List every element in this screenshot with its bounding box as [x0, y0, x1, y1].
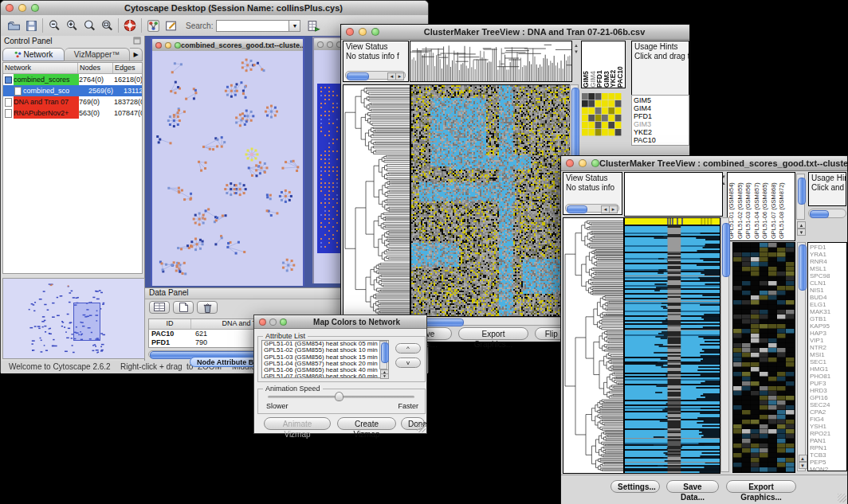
zoom-window-icon[interactable]	[280, 318, 287, 326]
tv2-column-label[interactable]: GPL51-08 (GSM872)	[778, 173, 787, 240]
tv1-summary-matrix[interactable]	[582, 93, 622, 136]
zoom-window-icon[interactable]	[31, 4, 39, 12]
zoom-window-icon[interactable]	[371, 28, 379, 36]
tv2-gene-label[interactable]: KAP95	[810, 322, 845, 330]
open-folder-icon[interactable]	[5, 17, 22, 34]
network-view-titlebar[interactable]: combined_scores_good.txt--cluste...	[152, 39, 303, 52]
col-edges[interactable]: Edges	[113, 63, 142, 73]
zoom-in-icon[interactable]	[63, 17, 80, 34]
annotation-icon[interactable]	[162, 17, 179, 34]
tv1-gene-label[interactable]: GIM4	[634, 104, 687, 112]
tv2-gene-label[interactable]: MAK31	[810, 308, 845, 315]
tv2-gene-label[interactable]: GTB1	[810, 315, 845, 322]
zoom-icon[interactable]	[80, 17, 98, 34]
minimize-icon[interactable]	[327, 41, 333, 48]
zoom-out-icon[interactable]	[45, 17, 63, 34]
tv2-status-scrollbar[interactable]: ◄ ►	[565, 204, 619, 213]
tv2-gene-label[interactable]: HMG1	[810, 365, 845, 373]
tv2-gene-label[interactable]: PEP5	[810, 459, 845, 466]
tv2-save-data-button[interactable]: Save Data...	[666, 480, 719, 493]
minimize-icon[interactable]	[18, 4, 26, 12]
tv2-gene-label[interactable]: MSI1	[810, 351, 845, 358]
close-icon[interactable]	[346, 28, 354, 36]
tv2-gene-label[interactable]: VIP1	[810, 337, 845, 344]
tv2-column-label[interactable]: GPL51-02 (GSM855)	[736, 173, 745, 240]
tv2-settings-button[interactable]: Settings...	[610, 480, 660, 493]
tv2-gene-label[interactable]: ELG1	[810, 301, 845, 308]
tv2-gene-label[interactable]: RNR4	[810, 258, 845, 265]
scroll-right-icon[interactable]: ►	[609, 205, 618, 213]
dialog-titlebar[interactable]: Map Colors to Network	[254, 315, 426, 329]
tv2-gene-label[interactable]: TCB3	[810, 451, 845, 459]
scroll-down-icon[interactable]: ▼	[799, 462, 807, 469]
table-import-icon[interactable]	[304, 17, 322, 34]
speed-slider-thumb[interactable]	[335, 392, 344, 401]
tv2-column-label[interactable]: GPL51-07 (GSM868)	[770, 173, 779, 240]
tv2-export-graphics-button[interactable]: Export Graphics...	[726, 480, 796, 493]
close-icon[interactable]	[259, 318, 266, 326]
move-down-button[interactable]: v	[395, 357, 421, 368]
delete-attribute-icon[interactable]	[197, 301, 218, 314]
tv2-gene-label[interactable]: RPN1	[810, 444, 845, 451]
tv1-column-label[interactable]: GIM5	[582, 41, 589, 88]
tv2-gene-label[interactable]: MON2	[810, 466, 845, 471]
tv2-gene-label[interactable]: PHO81	[810, 373, 845, 380]
tv2-label-scroll-arrows[interactable]: ▼▲	[720, 174, 727, 189]
tv1-gene-label[interactable]: YKE2	[634, 128, 687, 136]
float-panel-icon[interactable]	[133, 37, 141, 46]
new-attribute-icon[interactable]	[173, 301, 194, 314]
col-nodes[interactable]: Nodes	[78, 63, 113, 73]
col-network[interactable]: Network	[3, 63, 78, 73]
tv2-gene-label[interactable]: YSH1	[810, 423, 845, 430]
network-table-row[interactable]: combined_sco 2569(6) 13112(15)	[3, 85, 142, 96]
resize-grip[interactable]	[417, 424, 426, 432]
tv2-column-label[interactable]: GPL51-04 (GSM857)	[753, 173, 762, 240]
tv2-gene-label[interactable]: CPA2	[810, 408, 845, 416]
tv2-gene-label[interactable]: SEC1	[810, 358, 845, 365]
tv1-gene-label[interactable]: PFD1	[634, 112, 687, 120]
close-icon[interactable]	[155, 42, 162, 49]
tv2-gene-label[interactable]: PAN1	[810, 437, 845, 444]
tv2-column-label[interactable]: GPL51-03 (GSM856)	[744, 173, 753, 240]
tv1-export-graphics-button[interactable]: Export Graphics...	[458, 327, 528, 340]
tv2-gene-label[interactable]: PUF3	[810, 380, 845, 387]
tv2-genes-vscrollbar[interactable]: ▲ ▼	[797, 242, 806, 471]
scroll-up-icon[interactable]: ▲	[797, 221, 806, 229]
tv2-row-dendrogram[interactable]	[563, 217, 624, 474]
tv2-gene-label[interactable]: MSL1	[810, 265, 845, 272]
move-up-button[interactable]: ^	[395, 343, 421, 354]
minimize-icon[interactable]	[359, 28, 367, 36]
minimize-icon[interactable]	[579, 159, 587, 167]
network-table-row[interactable]: RNAPuberNov2+ 563(0) 107847(0)	[3, 107, 142, 119]
zoom-window-icon[interactable]	[175, 42, 181, 49]
scroll-up-icon[interactable]: ▲	[799, 455, 807, 462]
tab-network[interactable]: Network	[2, 48, 65, 61]
birds-eye-view[interactable]	[2, 278, 145, 359]
tv2-gene-label[interactable]: NTR2	[810, 344, 845, 351]
tv2-heatmap[interactable]	[624, 217, 720, 474]
tv2-gene-label[interactable]: HRD3	[810, 387, 845, 394]
resize-grip[interactable]	[838, 494, 846, 502]
network-import-icon[interactable]	[144, 17, 162, 34]
minimize-icon[interactable]	[269, 318, 277, 326]
help-ring-icon[interactable]	[121, 17, 139, 34]
network-table-row[interactable]: DNA and Tran 07 769(0) 183728(0)	[3, 96, 142, 107]
save-icon[interactable]	[22, 17, 40, 34]
tv1-status-scrollbar[interactable]: ◄ ►	[345, 71, 406, 80]
tv2-gene-label[interactable]: SEC24	[810, 401, 845, 408]
tv2-gene-label[interactable]: HAP3	[810, 330, 845, 337]
close-icon[interactable]	[566, 159, 574, 167]
create-vizmap-button[interactable]: Create Vizmap	[337, 417, 396, 430]
tv2-gene-label[interactable]: GPI16	[810, 394, 845, 401]
animate-vizmap-button[interactable]: Animate Vizmap	[264, 417, 331, 430]
attribute-list-vscrollbar[interactable]	[379, 341, 387, 369]
tv2-gene-label[interactable]: RPO21	[810, 430, 845, 437]
tv2-gene-label[interactable]: SPC98	[810, 272, 845, 279]
tv1-column-label[interactable]: PAC10	[616, 41, 623, 88]
close-icon[interactable]	[317, 41, 324, 48]
tv2-column-label[interactable]: GPL51-06 (GSM865)	[761, 173, 770, 240]
tv1-column-label[interactable]: GIM4	[589, 41, 596, 88]
zoom-fit-icon[interactable]	[98, 17, 116, 34]
tv1-gene-label[interactable]: GIM5	[634, 96, 687, 104]
treeview1-titlebar[interactable]: ClusterMaker TreeView : DNA and Tran 07-…	[341, 25, 689, 40]
